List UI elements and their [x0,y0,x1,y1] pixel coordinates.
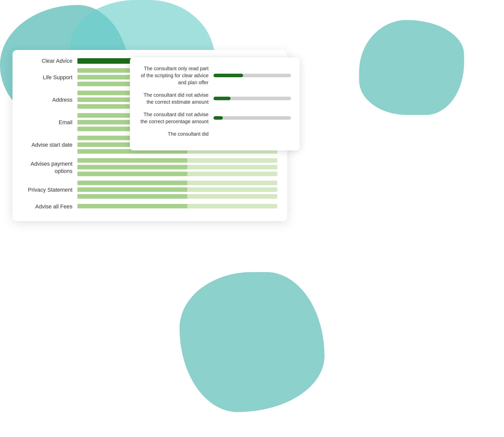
popup-bar-fill-2 [214,97,231,100]
bar-track-14 [77,165,277,169]
decorative-blob-top-right [359,20,464,115]
bar-fill-19 [77,204,187,208]
chart-bars-privacy-statement [77,181,277,200]
bar-track-13 [77,158,277,163]
chart-bars-advise-all-fees [77,204,277,209]
popup-text-1: The consultant only read part of the scr… [139,65,214,86]
bar-track-19 [77,204,277,208]
chart-label-email: Email [22,119,77,126]
chart-label-clear-advice: Clear Advice [22,57,77,65]
bar-track-18 [77,194,277,199]
chart-label-advise-start-date: Advise start date [22,141,77,149]
chart-label-address: Address [22,96,77,104]
chart-label-privacy-statement: Privacy Statement [22,186,77,194]
bar-fill-14 [77,165,187,169]
popup-text-3: The consultant did not advise the correc… [139,111,214,125]
bar-fill-15 [77,172,187,176]
chart-bars-payment-options [77,158,277,177]
chart-row-payment-options: Advises payment options [22,158,277,177]
popup-bar-track-1 [214,74,291,77]
popup-bar-area-1 [214,74,291,77]
popup-bar-fill-3 [214,116,223,120]
popup-text-4: The consultant did [139,130,214,137]
bar-fill-16 [77,181,187,185]
popup-text-2: The consultant did not advise the correc… [139,91,214,105]
popup-row-2: The consultant did not advise the correc… [139,91,291,105]
popup-bar-track-2 [214,97,291,100]
popup-bar-area-3 [214,116,291,120]
popup-bar-area-2 [214,97,291,100]
popup-card: The consultant only read part of the scr… [130,57,300,150]
bar-fill-13 [77,158,187,163]
bar-track-16 [77,181,277,185]
popup-row-4: The consultant did [139,130,291,137]
bar-fill-18 [77,194,187,199]
chart-row-advise-all-fees: Advise all Fees [22,203,277,210]
popup-row-1: The consultant only read part of the scr… [139,65,291,86]
chart-label-life-support: Life Support [22,74,77,81]
decorative-blob-bottom-center [180,272,324,412]
popup-row-3: The consultant did not advise the correc… [139,111,291,125]
chart-label-payment-options: Advises payment options [22,160,77,175]
bar-fill-17 [77,187,187,192]
bar-track-17 [77,187,277,192]
chart-label-advise-all-fees: Advise all Fees [22,203,77,210]
chart-row-privacy-statement: Privacy Statement [22,181,277,200]
popup-bar-track-3 [214,116,291,120]
popup-bar-fill-1 [214,74,243,77]
bar-track-15 [77,172,277,176]
